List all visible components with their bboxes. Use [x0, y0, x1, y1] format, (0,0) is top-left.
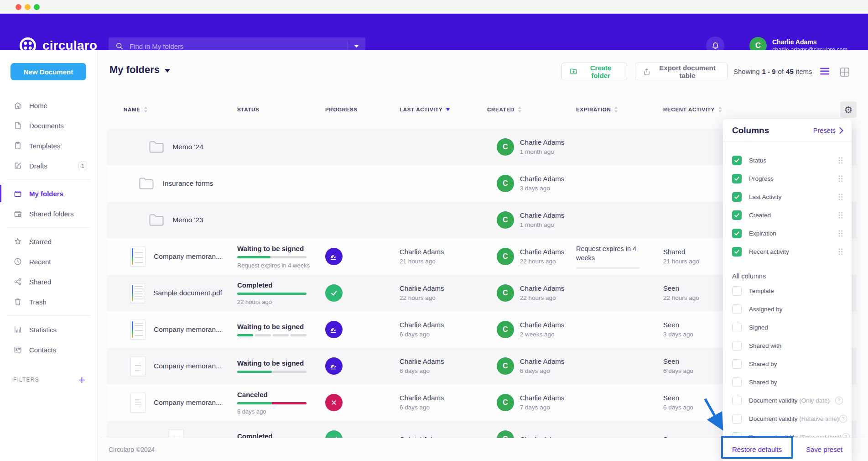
sidebar-item-shared[interactable]: Shared — [0, 272, 97, 292]
drag-handle-icon[interactable] — [838, 193, 843, 201]
create-folder-button[interactable]: Create folder — [561, 63, 627, 80]
column-toggle-document-validity-relative-time[interactable]: Document validity (Relative time)? — [723, 409, 852, 428]
help-icon[interactable]: ? — [839, 414, 847, 423]
grid-view-button[interactable] — [840, 68, 849, 77]
status-subtext: 22 hours ago — [237, 299, 315, 305]
column-toggle-label: Document validity (Only date) — [749, 397, 830, 404]
chevron-right-icon — [839, 127, 843, 134]
checkbox-checked[interactable] — [732, 156, 742, 165]
sort-icon — [518, 106, 522, 113]
window-close-button[interactable] — [16, 4, 21, 10]
sidebar-item-statistics[interactable]: Statistics — [0, 320, 97, 340]
checkbox-unchecked[interactable] — [732, 414, 742, 424]
column-header-label: CREATED — [487, 107, 515, 112]
checkbox-unchecked[interactable] — [732, 286, 742, 296]
column-toggle-document-validity-only-date[interactable]: Document validity (Only date)? — [723, 391, 852, 409]
checkbox-unchecked[interactable] — [732, 341, 742, 351]
sidebar-item-shared-folders[interactable]: Shared folders — [0, 204, 97, 224]
window-minimize-button[interactable] — [25, 4, 31, 10]
column-toggle-expiration[interactable]: Expiration — [723, 224, 852, 242]
list-view-button[interactable] — [820, 68, 829, 75]
column-toggle-shared-with[interactable]: Shared with — [723, 336, 852, 355]
column-header-progress[interactable]: PROGRESS — [325, 101, 358, 118]
save-preset-button[interactable]: Save preset — [806, 445, 842, 453]
checkbox-unchecked[interactable] — [732, 323, 742, 332]
add-filter-icon[interactable] — [78, 377, 85, 383]
column-toggle-progress[interactable]: Progress — [723, 169, 852, 188]
sidebar-item-documents[interactable]: Documents — [0, 115, 97, 136]
document-thumbnail-icon — [130, 246, 146, 267]
checkbox-unchecked[interactable] — [732, 304, 742, 314]
cell-created: CCharlie Adams1 month ago — [487, 202, 574, 238]
new-document-button[interactable]: New Document — [10, 63, 86, 80]
recent-activity-time: 3 days ago — [663, 330, 727, 339]
created-texts: Charlie Adams1 month ago — [520, 138, 565, 156]
creator-avatar: C — [497, 321, 514, 338]
sidebar-item-label: Recent — [29, 258, 51, 266]
checkbox-unchecked[interactable] — [732, 359, 742, 369]
sidebar-item-trash[interactable]: Trash — [0, 292, 97, 312]
cell-expiration: Request expires in 4 weeks — [576, 238, 645, 275]
drag-handle-icon[interactable] — [838, 248, 843, 256]
document-thumbnail-icon — [130, 356, 146, 376]
checkbox-checked[interactable] — [732, 229, 742, 238]
help-icon[interactable]: ? — [835, 396, 843, 405]
drag-handle-icon[interactable] — [838, 211, 843, 219]
page-title[interactable]: My folders — [109, 64, 170, 76]
sidebar-item-starred[interactable]: Starred — [0, 231, 97, 251]
column-toggle-recent-activity[interactable]: Recent activity — [723, 242, 852, 261]
cell-last-activity: Charlie Adams22 hours ago — [400, 275, 482, 311]
column-toggle-shared-by[interactable]: Shared by — [723, 373, 852, 391]
column-toggle-label: Shared with — [749, 342, 781, 349]
presets-button[interactable]: Presets — [813, 127, 843, 134]
cell-name: Company memoran... — [124, 384, 229, 421]
column-header-recent-activity[interactable]: RECENT ACTIVITY — [663, 101, 722, 118]
drag-handle-icon[interactable] — [838, 230, 843, 237]
creator-name: Charlie Adams — [520, 320, 565, 329]
star-icon — [13, 237, 22, 246]
checkbox-checked[interactable] — [732, 192, 742, 202]
sign-glyph-icon — [329, 325, 339, 335]
drag-handle-icon[interactable] — [838, 157, 843, 164]
checkbox-checked[interactable] — [732, 174, 742, 183]
column-header-label: EXPIRATION — [576, 107, 611, 112]
window-zoom-button[interactable] — [34, 4, 40, 10]
column-toggle-assigned-by[interactable]: Assigned by — [723, 300, 852, 318]
column-toggle-shared-by[interactable]: Shared by — [723, 355, 852, 373]
column-toggle-last-activity[interactable]: Last Activity — [723, 188, 852, 206]
checkbox-checked[interactable] — [732, 210, 742, 220]
column-header-name[interactable]: NAME — [124, 101, 148, 118]
column-header-last-activity[interactable]: LAST ACTIVITY — [400, 101, 450, 118]
column-settings-button[interactable]: ⚙ — [840, 101, 857, 118]
column-header-expiration[interactable]: EXPIRATION — [576, 101, 618, 118]
recent-activity-label: Seen — [663, 357, 727, 366]
sidebar-item-contacts[interactable]: Contacts — [0, 340, 97, 360]
checkbox-unchecked[interactable] — [732, 377, 742, 387]
sidebar-item-recent[interactable]: Recent — [0, 251, 97, 272]
column-toggle-status[interactable]: Status — [723, 151, 852, 169]
column-header-created[interactable]: CREATED — [487, 101, 522, 118]
cell-last-activity: Charlie Adams6 days ago — [400, 384, 482, 421]
folder-icon — [13, 189, 22, 198]
drag-handle-icon[interactable] — [838, 175, 843, 183]
column-toggle-created[interactable]: Created — [723, 206, 852, 224]
search-input[interactable] — [130, 42, 344, 50]
column-header-status[interactable]: STATUS — [237, 101, 260, 118]
column-toggle-template[interactable]: Template — [723, 282, 852, 300]
column-toggle-signed[interactable]: Signed — [723, 318, 852, 336]
drafts-count-badge: 1 — [78, 162, 87, 170]
created-time: 6 days ago — [520, 367, 565, 375]
restore-defaults-button[interactable]: Restore defaults — [732, 445, 782, 453]
checkbox-checked[interactable] — [732, 247, 742, 257]
search-scope-chevron-icon[interactable] — [354, 45, 359, 48]
sidebar-item-home[interactable]: Home — [0, 95, 97, 115]
export-document-table-button[interactable]: Export document table — [635, 63, 728, 80]
sidebar-item-templates[interactable]: Templates — [0, 136, 97, 156]
sidebar-item-drafts[interactable]: Drafts1 — [0, 156, 97, 176]
creator-avatar: C — [497, 211, 514, 229]
cell-name: Sample document.pdf — [124, 275, 229, 311]
cell-status: Waiting to be signedRequest expires in 4… — [237, 238, 315, 275]
sidebar-item-label: Shared — [29, 278, 51, 286]
sidebar-item-my-folders[interactable]: My folders — [0, 183, 97, 204]
checkbox-unchecked[interactable] — [732, 396, 742, 405]
